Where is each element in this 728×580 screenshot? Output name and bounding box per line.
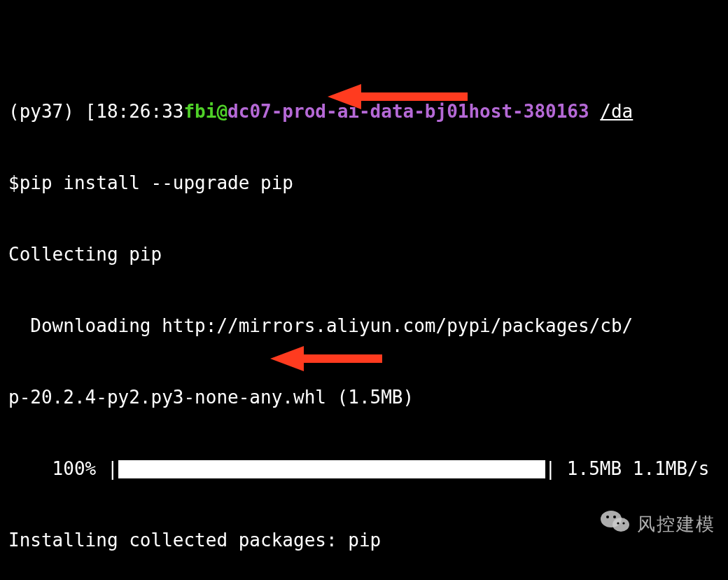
- wechat-icon: [535, 485, 630, 563]
- svg-point-7: [613, 516, 616, 518]
- env-label: (py37): [8, 101, 85, 122]
- prompt-line-1: (py37) [18:26:33fbi@dc07-prod-ai-data-bj…: [8, 99, 720, 123]
- watermark-text: 风控建模: [637, 512, 715, 536]
- hostname: dc07-prod-ai-data-bj01host-380163: [227, 101, 589, 122]
- username: fbi: [183, 101, 216, 122]
- bracket-open: [: [85, 101, 97, 122]
- space: [589, 101, 601, 122]
- progress-line-1: 100% || 1.5MB 1.1MB/s: [8, 457, 720, 481]
- timestamp: 18:26:33: [96, 101, 183, 122]
- progress-pct: 100%: [8, 458, 107, 479]
- command-line-1[interactable]: $pip install --upgrade pip: [8, 171, 720, 195]
- terminal-window[interactable]: (py37) [18:26:33fbi@dc07-prod-ai-data-bj…: [0, 0, 728, 580]
- out-1-1: Collecting pip: [8, 242, 720, 266]
- svg-point-5: [612, 518, 629, 532]
- svg-point-8: [617, 522, 619, 524]
- cwd-path: /da: [600, 101, 633, 122]
- svg-marker-3: [270, 346, 304, 371]
- progress-bar-fill: [118, 460, 545, 478]
- svg-point-9: [622, 522, 624, 524]
- svg-point-6: [606, 516, 609, 518]
- at-symbol: @: [216, 101, 227, 122]
- progress-stats: 1.5MB 1.1MB/s: [556, 458, 709, 479]
- watermark: 风控建模: [535, 485, 715, 563]
- out-1-3: p-20.2.4-py2.py3-none-any.whl (1.5MB): [8, 385, 720, 409]
- out-1-2: Downloading http://mirrors.aliyun.com/py…: [8, 314, 720, 338]
- arrow-annotation-icon: [328, 34, 468, 160]
